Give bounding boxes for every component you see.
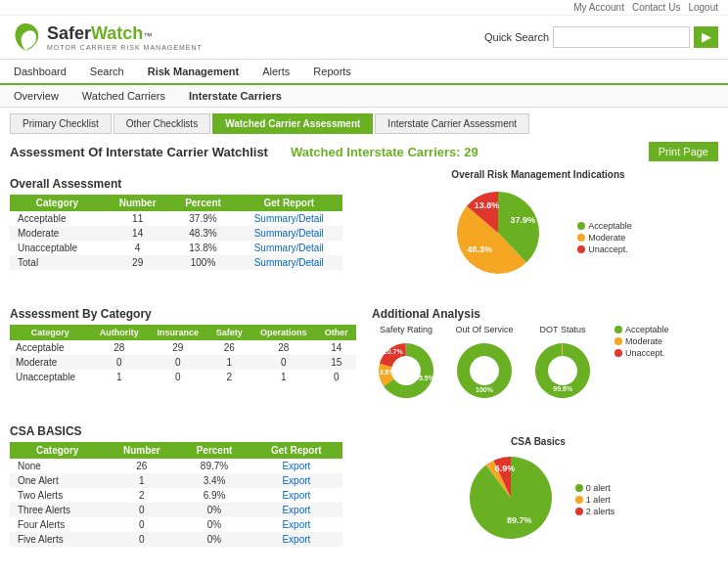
tab-interstate-carrier-assessment[interactable]: Interstate Carrier Assessment xyxy=(375,113,529,134)
table-row: Two Alerts 2 6.9% Export xyxy=(10,488,342,503)
cell-number: 0 xyxy=(105,532,178,547)
svg-text:13.8%: 13.8% xyxy=(475,200,500,210)
cell-number: 4 xyxy=(105,241,171,255)
cell-link[interactable]: Summary/Detail xyxy=(236,226,342,241)
cell-percent: 37.9% xyxy=(170,211,235,226)
my-account-link[interactable]: My Account xyxy=(573,2,624,13)
cell-category: One Alert xyxy=(10,473,105,488)
cell-link[interactable]: Summary/Detail xyxy=(236,211,342,226)
cell-category: Total xyxy=(10,255,105,270)
overall-legend: AcceptableModerateUnaccept. xyxy=(577,221,632,254)
logo-safer: Safer xyxy=(47,23,91,44)
cell-percent: 13.8% xyxy=(170,241,235,255)
table-row: Three Alerts 0 0% Export xyxy=(10,503,342,517)
cell-link[interactable]: Export xyxy=(250,459,342,473)
csa-table: Category Number Percent Get Report None … xyxy=(10,442,342,547)
svg-text:99.6%: 99.6% xyxy=(553,385,573,392)
tab-primary-checklist[interactable]: Primary Checklist xyxy=(10,113,112,134)
cell-number: 1 xyxy=(105,473,178,488)
subnav-watched-carriers[interactable]: Watched Carriers xyxy=(78,88,169,104)
csa-title: CSA BASICS xyxy=(10,424,342,438)
cell-category: Five Alerts xyxy=(10,532,105,547)
page-header: Assessment Of Interstate Carrier Watchli… xyxy=(10,142,718,161)
page-header-titles: Assessment Of Interstate Carrier Watchli… xyxy=(10,145,478,159)
quick-search-label: Quick Search xyxy=(484,31,549,43)
cat-col-safety: Safety xyxy=(207,325,250,340)
legend-item: Moderate xyxy=(614,336,669,346)
legend-dot xyxy=(575,508,583,515)
table-row: Moderate 14 48.3% Summary/Detail xyxy=(10,226,342,241)
out-of-service-chart: Out Of Service 100% xyxy=(450,325,519,407)
cell-operations: 28 xyxy=(250,340,316,355)
cell-number: 11 xyxy=(105,211,171,226)
overall-chart-wrap: Overall Risk Management Indications 37.9… xyxy=(358,169,718,291)
nav-search[interactable]: Search xyxy=(86,64,128,79)
csa-col-percent: Percent xyxy=(178,442,250,459)
legend-item: 0 alert xyxy=(575,483,615,493)
cell-other: 15 xyxy=(316,355,356,370)
nav-dashboard[interactable]: Dashboard xyxy=(10,64,70,79)
cell-insurance: 0 xyxy=(148,355,207,370)
cell-percent: 48.3% xyxy=(170,226,235,241)
col-get-report: Get Report xyxy=(236,195,342,211)
cat-col-other: Other xyxy=(316,325,356,340)
cell-percent: 0% xyxy=(178,503,250,517)
quick-search-input[interactable] xyxy=(553,26,690,48)
contact-us-link[interactable]: Contact Us xyxy=(632,2,680,13)
cell-category: Unacceptable xyxy=(10,241,105,255)
legend-item: Acceptable xyxy=(577,221,632,231)
logo: Safer Watch ™ MOTOR CARRIER RISK MANAGEM… xyxy=(10,22,203,53)
cell-link[interactable]: Export xyxy=(250,473,342,488)
csa-section: CSA BASICS Category Number Percent Get R… xyxy=(10,417,718,549)
by-category-title: Assessment By Category xyxy=(10,307,356,321)
dot-donut: 99.6% xyxy=(528,336,597,405)
cell-insurance: 0 xyxy=(148,370,207,384)
table-row: Five Alerts 0 0% Export xyxy=(10,532,342,547)
cell-link[interactable]: Summary/Detail xyxy=(236,241,342,255)
svg-text:20.7%: 20.7% xyxy=(384,348,404,355)
legend-dot xyxy=(614,326,622,333)
overall-assessment-table: Category Number Percent Get Report Accep… xyxy=(10,195,342,270)
cell-category: None xyxy=(10,459,105,473)
nav-risk-management[interactable]: Risk Management xyxy=(144,64,244,79)
cell-number: 26 xyxy=(105,459,178,473)
table-row: Acceptable 28 29 26 28 14 xyxy=(10,340,356,355)
cell-link[interactable]: Export xyxy=(250,532,342,547)
logo-nav: Safer Watch ™ MOTOR CARRIER RISK MANAGEM… xyxy=(0,16,728,60)
quick-search-button[interactable]: ▶ xyxy=(694,26,718,48)
nav-alerts[interactable]: Alerts xyxy=(258,64,294,79)
cell-category: Acceptable xyxy=(10,340,90,355)
cell-operations: 0 xyxy=(250,355,316,370)
print-button[interactable]: Print Page xyxy=(649,142,718,161)
logout-link[interactable]: Logout xyxy=(688,2,718,13)
subnav-overview[interactable]: Overview xyxy=(10,88,63,104)
safety-rating-chart: Safety Rating 65.5%13.6%20.7% xyxy=(372,325,440,407)
logo-text-block: Safer Watch ™ MOTOR CARRIER RISK MANAGEM… xyxy=(47,23,203,51)
cell-number: 14 xyxy=(105,226,171,241)
csa-legend: 0 alert1 alert2 alerts xyxy=(575,483,615,516)
overall-assessment-section: Overall Assessment Category Number Perce… xyxy=(10,169,718,291)
cell-link[interactable]: Summary/Detail xyxy=(236,255,342,270)
nav-reports[interactable]: Reports xyxy=(309,64,355,79)
legend-item: Unaccept. xyxy=(614,348,669,358)
table-row: One Alert 1 3.4% Export xyxy=(10,473,342,488)
top-bar: My Account Contact Us Logout xyxy=(0,0,728,16)
legend-label: 1 alert xyxy=(586,495,611,505)
tab-other-checklists[interactable]: Other Checklists xyxy=(114,113,210,134)
main-nav: Dashboard Search Risk Management Alerts … xyxy=(0,60,728,85)
cat-col-authority: Authority xyxy=(90,325,148,340)
cell-percent: 100% xyxy=(170,255,235,270)
svg-text:13.6%: 13.6% xyxy=(376,369,396,376)
cell-link[interactable]: Export xyxy=(250,517,342,532)
cell-operations: 1 xyxy=(250,370,316,384)
legend-label: 2 alerts xyxy=(586,507,615,516)
cell-safety: 26 xyxy=(207,340,250,355)
cell-percent: 89.7% xyxy=(178,459,250,473)
csa-col-get-report: Get Report xyxy=(250,442,342,459)
cat-col-category: Category xyxy=(10,325,90,340)
cell-number: 29 xyxy=(105,255,171,270)
cell-link[interactable]: Export xyxy=(250,503,342,517)
tab-watched-carrier-assessment[interactable]: Watched Carrier Assessment xyxy=(212,113,373,134)
cell-link[interactable]: Export xyxy=(250,488,342,503)
subnav-interstate-carriers[interactable]: Interstate Carriers xyxy=(185,88,286,104)
